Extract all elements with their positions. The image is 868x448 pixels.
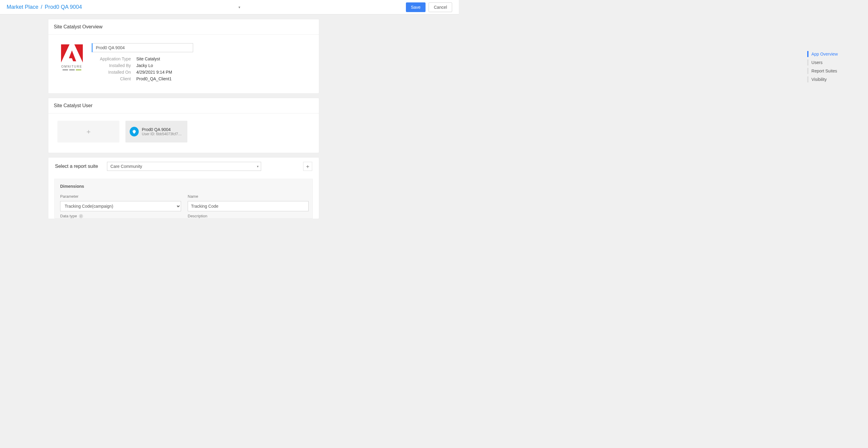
dimensions-box: Dimensions Parameter Name Tracking Code(…: [54, 179, 313, 218]
app-type-value: Site Catalyst: [136, 57, 310, 61]
info-icon[interactable]: i: [79, 214, 83, 218]
installed-by-value: Jacky Lo: [136, 63, 310, 68]
dimensions-title: Dimensions: [60, 184, 307, 189]
breadcrumb-root[interactable]: Market Place: [7, 4, 38, 10]
name-label: Name: [188, 194, 309, 199]
installed-by-label: Installed By: [95, 63, 136, 68]
breadcrumb: Market Place / Prod0 QA 9004: [7, 4, 82, 10]
save-button[interactable]: Save: [406, 2, 426, 12]
app-type-label: Application Type: [95, 57, 136, 61]
client-label: Client: [95, 76, 136, 81]
top-dropdown-caret[interactable]: ▾: [239, 5, 240, 9]
report-suite-panel: Select a report suite Care Community ▾ ＋…: [49, 158, 319, 218]
app-logo-text: OMNITURE: [61, 65, 82, 68]
dimension-name-input[interactable]: [188, 201, 309, 211]
overview-panel: Site Catalyst Overview OMNITURE: [49, 19, 319, 93]
user-card-id: User ID: 6bb54073fcf747…: [142, 132, 183, 136]
user-card-name: Prod0 QA 9004: [142, 127, 183, 132]
breadcrumb-separator: /: [41, 4, 42, 10]
user-avatar-icon: [130, 127, 139, 136]
plus-icon: ＋: [85, 127, 92, 136]
datatype-label: Data type i: [60, 214, 181, 218]
cancel-button[interactable]: Cancel: [429, 2, 452, 12]
top-actions: Save Cancel: [406, 2, 453, 12]
user-panel: Site Catalyst User ＋ Prod0 QA 9004 User …: [49, 98, 319, 153]
top-bar: Market Place / Prod0 QA 9004 ▾ Save Canc…: [0, 0, 459, 14]
installed-on-label: Installed On: [95, 70, 136, 75]
installed-on-value: 4/29/2021 9:14 PM: [136, 70, 310, 75]
report-suite-select-wrap: Care Community ▾: [107, 162, 261, 171]
add-report-suite-button[interactable]: ＋: [303, 162, 312, 171]
app-name-input-wrap: [92, 43, 193, 52]
breadcrumb-current[interactable]: Prod0 QA 9004: [45, 4, 82, 10]
user-card[interactable]: Prod0 QA 9004 User ID: 6bb54073fcf747…: [125, 121, 187, 142]
app-logo-underline: [63, 69, 81, 70]
plus-icon: ＋: [305, 163, 310, 170]
report-suite-select[interactable]: Care Community: [107, 162, 261, 171]
app-name-input[interactable]: [93, 43, 193, 52]
client-value: Prod0_QA_Client1: [136, 76, 310, 81]
svg-marker-1: [74, 44, 83, 63]
parameter-label: Parameter: [60, 194, 181, 199]
add-user-card[interactable]: ＋: [57, 121, 119, 142]
report-suite-title: Select a report suite: [55, 164, 98, 169]
app-logo: OMNITURE: [57, 43, 86, 70]
user-panel-title: Site Catalyst User: [49, 98, 319, 113]
description-label: Description: [188, 214, 309, 218]
adobe-a-icon: [61, 44, 83, 64]
parameter-select[interactable]: Tracking Code(campaign): [60, 201, 181, 211]
overview-title: Site Catalyst Overview: [49, 19, 319, 35]
svg-marker-0: [61, 44, 69, 63]
svg-marker-2: [69, 50, 76, 61]
